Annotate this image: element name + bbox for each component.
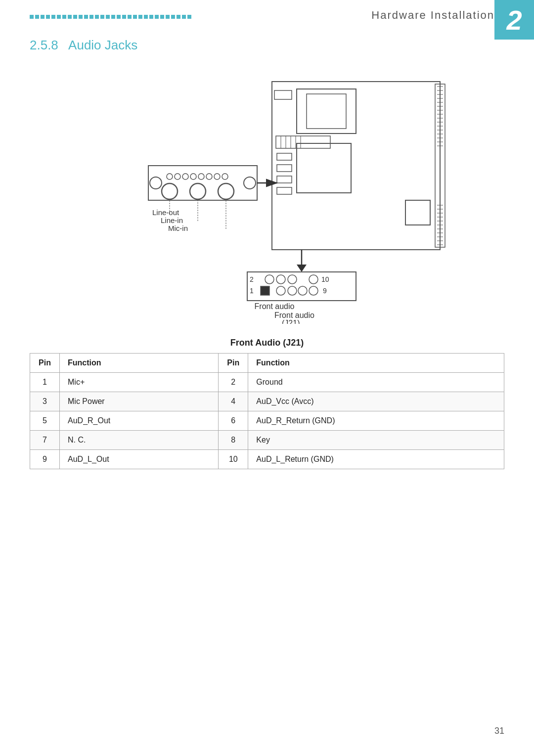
svg-point-51 xyxy=(206,174,212,179)
pin-cell: 5 xyxy=(30,411,60,431)
svg-rect-33 xyxy=(277,165,292,172)
svg-rect-31 xyxy=(297,143,351,193)
svg-point-71 xyxy=(276,275,285,284)
header-dots xyxy=(30,15,193,19)
main-diagram: Line-out Line-in Mic-in xyxy=(79,67,455,324)
svg-rect-36 xyxy=(405,200,430,225)
function-cell: AuD_L_Out xyxy=(60,450,219,469)
svg-point-47 xyxy=(175,174,180,179)
svg-point-52 xyxy=(214,174,220,179)
pin-cell: 7 xyxy=(30,431,60,450)
section-number: 2.5.8 xyxy=(30,38,58,52)
diagram-svg-wrapper: Line-out Line-in Mic-in xyxy=(79,67,455,326)
function-cell: Ground xyxy=(248,373,504,392)
svg-rect-37 xyxy=(274,90,292,99)
function-cell: N. C. xyxy=(60,431,219,450)
svg-text:(J21): (J21) xyxy=(282,319,300,324)
header-title: Hardware Installation xyxy=(371,9,494,22)
svg-point-77 xyxy=(298,286,307,295)
svg-marker-68 xyxy=(297,265,307,272)
svg-text:Mic-in: Mic-in xyxy=(168,224,188,232)
svg-rect-29 xyxy=(297,89,356,133)
svg-rect-44 xyxy=(148,166,257,200)
table-row: 1Mic+2Ground xyxy=(30,373,504,392)
svg-point-45 xyxy=(150,177,162,189)
col-header-function2: Function xyxy=(248,354,504,373)
svg-text:Line-out: Line-out xyxy=(152,208,179,217)
table-row: 9AuD_L_Out10AuD_L_Return (GND) xyxy=(30,450,504,469)
pin-function-table: Pin Function Pin Function 1Mic+2Ground3M… xyxy=(30,353,504,469)
svg-point-53 xyxy=(222,174,228,179)
svg-point-55 xyxy=(162,183,178,199)
table-row: 7N. C.8Key xyxy=(30,431,504,450)
svg-rect-74 xyxy=(261,286,269,295)
pin-cell: 6 xyxy=(219,411,248,431)
svg-text:Front audio: Front audio xyxy=(255,302,295,311)
function-cell: AuD_Vcc (Avcc) xyxy=(248,392,504,411)
pin-cell: 2 xyxy=(219,373,248,392)
function-cell: AuD_R_Out xyxy=(60,411,219,431)
table-row: 5AuD_R_Out6AuD_R_Return (GND) xyxy=(30,411,504,431)
function-cell: Mic+ xyxy=(60,373,219,392)
function-cell: Mic Power xyxy=(60,392,219,411)
function-cell: AuD_L_Return (GND) xyxy=(248,450,504,469)
function-cell: AuD_R_Return (GND) xyxy=(248,411,504,431)
svg-point-54 xyxy=(244,177,256,189)
pin-cell: 1 xyxy=(30,373,60,392)
table-row: 3Mic Power4AuD_Vcc (Avcc) xyxy=(30,392,504,411)
svg-rect-32 xyxy=(277,153,292,160)
svg-rect-35 xyxy=(277,187,292,194)
svg-text:10: 10 xyxy=(321,275,329,283)
pin-cell: 10 xyxy=(219,450,248,469)
function-cell: Key xyxy=(248,431,504,450)
svg-rect-30 xyxy=(307,94,346,129)
pin-cell: 4 xyxy=(219,392,248,411)
svg-point-57 xyxy=(218,183,234,199)
pin-cell: 8 xyxy=(219,431,248,450)
svg-rect-34 xyxy=(277,176,292,183)
svg-point-50 xyxy=(198,174,204,179)
svg-text:Front audio: Front audio xyxy=(274,311,314,319)
svg-point-78 xyxy=(309,286,318,295)
col-header-pin2: Pin xyxy=(219,354,248,373)
svg-point-70 xyxy=(265,275,274,284)
svg-rect-38 xyxy=(276,136,330,148)
page-number: 31 xyxy=(494,726,504,736)
chapter-number: 2 xyxy=(494,0,534,40)
svg-point-72 xyxy=(288,275,297,284)
page-header: Hardware Installation 2 xyxy=(0,0,534,22)
section-name: Audio Jacks xyxy=(68,38,137,52)
svg-point-73 xyxy=(309,275,318,284)
svg-point-76 xyxy=(288,286,297,295)
pin-cell: 3 xyxy=(30,392,60,411)
table-title: Front Audio (J21) xyxy=(30,338,504,348)
svg-point-46 xyxy=(167,174,173,179)
svg-point-49 xyxy=(190,174,196,179)
col-header-pin1: Pin xyxy=(30,354,60,373)
svg-point-56 xyxy=(190,183,206,199)
section-title: 2.5.8 Audio Jacks xyxy=(30,38,504,53)
diagram-container: Line-out Line-in Mic-in xyxy=(30,67,504,326)
svg-point-48 xyxy=(182,174,188,179)
svg-text:2: 2 xyxy=(250,275,254,283)
main-content: Line-out Line-in Mic-in xyxy=(0,67,534,469)
col-header-function1: Function xyxy=(60,354,219,373)
pin-cell: 9 xyxy=(30,450,60,469)
svg-text:9: 9 xyxy=(323,287,327,295)
svg-text:Line-in: Line-in xyxy=(161,216,183,224)
svg-point-75 xyxy=(276,286,285,295)
svg-text:1: 1 xyxy=(250,287,254,295)
